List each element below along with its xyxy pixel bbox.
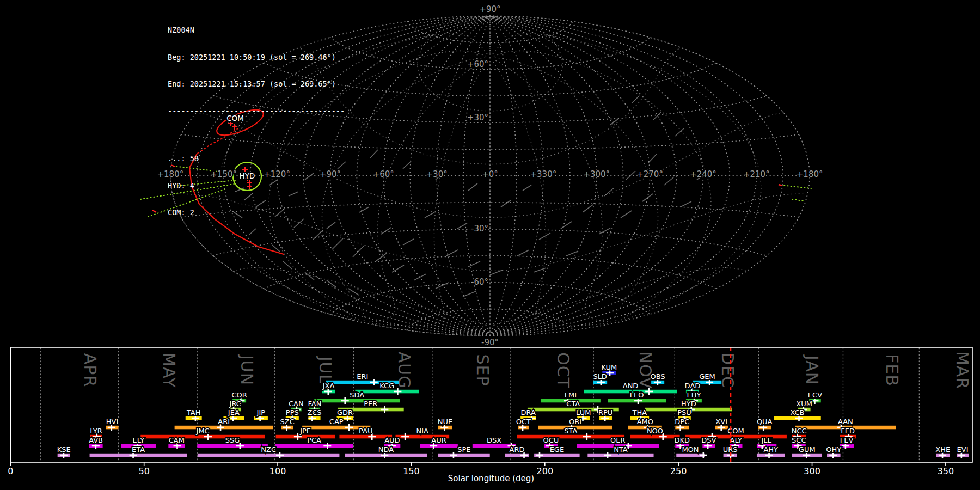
sporadic-meteor-segment [517, 250, 529, 256]
shower-label-SCC: SCC [792, 436, 806, 444]
longitude-label: +180° [797, 169, 823, 179]
sporadic-meteor-segment [463, 291, 476, 297]
shower-label-KCG: KCG [379, 382, 394, 390]
shower-label-AVB: AVB [89, 436, 103, 444]
x-tick-label: 350 [938, 466, 954, 476]
shower-label-JXA: JXA [322, 382, 335, 390]
longitude-label: +300° [583, 169, 610, 179]
shower-label-ZCS: ZCS [307, 408, 321, 416]
sporadic-meteor-segment [332, 238, 343, 249]
station-id: NZ004N [168, 26, 345, 35]
sporadic-meteor-segment [621, 211, 632, 218]
shower-label-XVI: XVI [715, 418, 727, 426]
shower-label-DKD: DKD [675, 436, 690, 444]
sporadic-meteor-segment [501, 200, 511, 207]
end-time-line: End: 20251221 15:13:57 (sol = 269.65°) [168, 79, 345, 89]
equatorial-gridline [494, 58, 658, 321]
shower-label-GDR: GDR [337, 408, 353, 416]
shower-label-AND: AND [623, 382, 639, 390]
sporadic-meteor-segment [534, 268, 546, 272]
longitude-label: +30° [426, 169, 448, 179]
shower-label-COR: COR [231, 391, 247, 399]
x-tick-label: 150 [403, 466, 420, 476]
shower-label-LYR: LYR [90, 427, 102, 435]
shower-label-AUR: AUR [431, 436, 446, 444]
shower-label-ECV: ECV [808, 391, 822, 399]
sporadic-meteor-segment [376, 253, 387, 261]
shower-bar-ETA [90, 454, 187, 457]
sky-map-and-timeline-plot: +90°+60°+30°-30°-60°-90°+180°+150°+120°+… [0, 0, 980, 490]
sporadic-meteor-segment [653, 112, 661, 120]
shower-label-DSX: DSX [487, 436, 501, 444]
latitude-label: -60° [471, 277, 488, 287]
x-tick-label: 0 [8, 466, 13, 476]
x-tick-label: 50 [138, 466, 149, 476]
shower-label-EVI: EVI [957, 445, 969, 454]
shower-label-OBS: OBS [651, 372, 665, 381]
shower-label-NTA: NTA [614, 445, 628, 454]
shower-label-JRC: JRC [229, 400, 241, 408]
month-label: JUL [316, 356, 335, 384]
shower-label-ORI: ORI [569, 418, 581, 426]
shower-label-KUM: KUM [601, 363, 617, 371]
sporadic-meteor-segment [648, 154, 657, 163]
shower-label-OHY: OHY [826, 445, 841, 454]
observation-header: NZ004N Beg: 20251221 10:50:19 (sol = 269… [168, 8, 345, 235]
shower-label-SZC: SZC [280, 418, 295, 426]
shower-label-JEA: JEA [228, 408, 240, 416]
shower-label-ARD: ARD [510, 445, 525, 454]
longitude-label: +210° [743, 169, 770, 179]
shower-label-FED: FED [841, 427, 855, 435]
shower-label-OER: OER [610, 436, 625, 444]
sporadic-meteor-segment [446, 250, 458, 256]
equatorial-gridline [323, 194, 805, 271]
shower-bar-NTA [587, 454, 653, 457]
shower-label-XHE: XHE [935, 445, 950, 454]
equatorial-gridline [344, 268, 745, 324]
shower-label-SPE: SPE [457, 445, 470, 454]
shower-label-DAD: DAD [685, 382, 701, 390]
shower-label-FAN: FAN [308, 400, 322, 408]
count-sporadic: ...: 58 [168, 154, 345, 163]
longitude-label: +0° [482, 169, 498, 179]
shower-label-JLE: JLE [761, 436, 771, 444]
shower-label-DRA: DRA [520, 408, 536, 416]
shower-bar-STA [517, 435, 624, 439]
shower-label-AAN: AAN [838, 418, 853, 426]
month-label: OCT [554, 352, 573, 388]
shower-label-LEO: LEO [630, 391, 644, 399]
shower-bar-NOO [630, 435, 679, 439]
latitude-label: -90° [481, 338, 499, 347]
shower-label-PCA: PCA [307, 436, 321, 444]
sporadic-meteor-segment [403, 239, 414, 245]
sporadic-meteor-segment [632, 96, 639, 103]
shower-bar-SPE [438, 454, 490, 457]
x-axis-title: Solar longitude (deg) [448, 474, 534, 483]
equatorial-gridline [322, 58, 486, 321]
shower-label-NDA: NDA [378, 445, 394, 454]
shower-label-ARI: ARI [218, 418, 230, 426]
shower-label-KSE: KSE [57, 445, 71, 454]
shower-label-DSV: DSV [701, 436, 716, 444]
shower-label-PPS: PPS [286, 408, 299, 416]
shower-label-JIP: JIP [256, 408, 266, 416]
longitude-label: +330° [530, 169, 557, 179]
shower-label-EGE: EGE [550, 445, 565, 454]
equatorial-gridline [330, 112, 783, 217]
shower-label-CTA: CTA [566, 400, 580, 408]
x-tick-label: 100 [270, 466, 286, 476]
shower-label-MON: MON [682, 445, 699, 454]
sporadic-meteor-segment [539, 233, 550, 240]
timeline-panel: APRMAYJUNJULAUGSEPOCTNOVDECJANFEBMARKUME… [8, 347, 972, 483]
shower-label-RPU: RPU [598, 408, 612, 416]
shower-label-AUD: AUD [384, 436, 400, 444]
sporadic-meteor-segment [425, 212, 434, 218]
meteor-begin-tick [152, 210, 156, 212]
count-com: COM: 2 [168, 208, 345, 217]
shower-label-HVI: HVI [106, 418, 119, 426]
shower-label-JPE: JPE [299, 427, 311, 435]
equatorial-gridline [418, 18, 454, 79]
shower-label-OCT: OCT [516, 418, 531, 426]
shower-label-ETA: ETA [132, 445, 145, 454]
sporadic-meteor-segment [414, 274, 426, 280]
